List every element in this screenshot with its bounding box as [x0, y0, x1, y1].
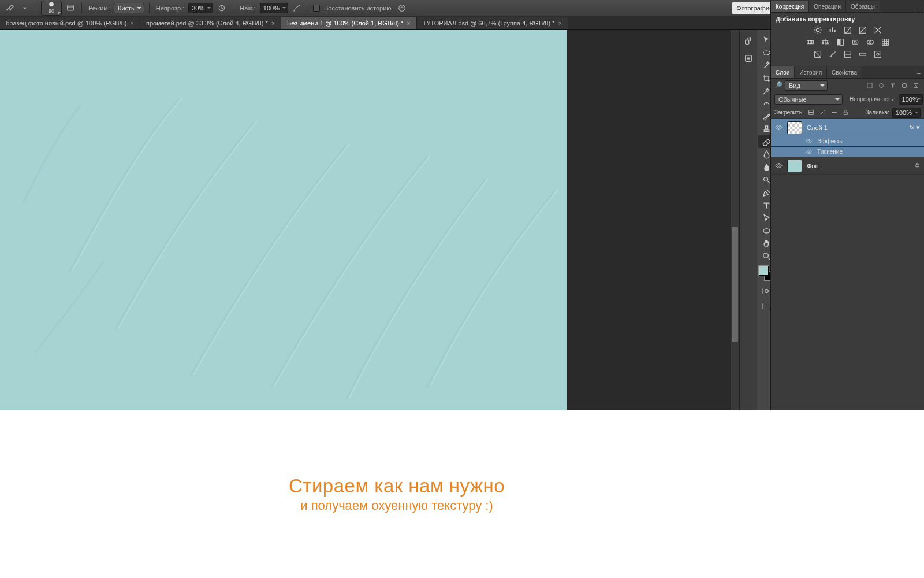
- threshold-icon[interactable]: [842, 49, 854, 60]
- layer-item[interactable]: Слой 1 fx ▾: [771, 119, 924, 136]
- layers-tabrow: Слои История Свойства ≡: [771, 66, 924, 79]
- tab-properties[interactable]: Свойства: [827, 66, 862, 78]
- close-icon[interactable]: ×: [558, 20, 561, 27]
- layers-blend-row: Обычные Непрозрачность: 100%: [771, 92, 924, 106]
- pressure-opacity-icon[interactable]: [215, 2, 228, 14]
- layer-thumbnail[interactable]: [787, 121, 802, 134]
- panel-menu-icon[interactable]: ≡: [914, 71, 924, 78]
- lock-all-icon[interactable]: [841, 108, 850, 117]
- svg-rect-28: [867, 83, 872, 87]
- filter-search-icon[interactable]: 🔎: [774, 81, 783, 89]
- lock-pixels-icon[interactable]: [818, 108, 827, 117]
- brush-panel-toggle-icon[interactable]: [64, 2, 77, 14]
- eraser-tool-indicator-icon: [3, 2, 16, 14]
- layer-item[interactable]: Фон: [771, 157, 924, 175]
- opacity-label: Непрозр.:: [156, 5, 184, 12]
- curves-icon[interactable]: [842, 25, 854, 35]
- blend-mode-dropdown[interactable]: Обычные: [774, 94, 843, 105]
- filter-shape-icon[interactable]: [900, 81, 909, 90]
- visibility-icon[interactable]: [774, 124, 783, 131]
- tutorial-caption: Стираем как нам нужно и получаем охуенну…: [0, 410, 793, 578]
- foreground-color-swatch[interactable]: [759, 266, 769, 276]
- filter-pixel-icon[interactable]: [865, 81, 874, 90]
- svg-point-5: [763, 50, 769, 54]
- flow-input[interactable]: 100%: [260, 3, 288, 13]
- svg-point-29: [880, 83, 884, 87]
- svg-rect-16: [837, 39, 840, 46]
- photofilter-icon[interactable]: [850, 37, 861, 47]
- document-tab[interactable]: ТУТОРИАЛ.psd @ 66,7% (Группа 4, RGB/8) *…: [417, 17, 568, 29]
- options-bar: 90 Режим: Кисть Непрозр.: 30% Наж.: 100%…: [0, 0, 793, 16]
- history-panel-icon[interactable]: [742, 35, 755, 47]
- svg-rect-1: [68, 5, 74, 10]
- document-tab[interactable]: Без имени-1 @ 100% (Слой 1, RGB/8) *×: [281, 17, 417, 29]
- layers-panel: 🔎 Вид Обычные Непрозрачность: 100% Закре…: [771, 79, 924, 410]
- svg-point-36: [808, 151, 810, 153]
- exposure-icon[interactable]: [857, 25, 869, 35]
- filter-adjust-icon[interactable]: [877, 81, 886, 90]
- bw-icon[interactable]: [834, 37, 846, 47]
- opacity-input[interactable]: 30%: [188, 3, 213, 13]
- panel-menu-icon[interactable]: ≡: [914, 5, 924, 12]
- visibility-icon[interactable]: [804, 138, 813, 144]
- layer-thumbnail[interactable]: [787, 160, 802, 172]
- brush-preset-picker[interactable]: 90: [41, 1, 62, 16]
- tab-actions[interactable]: Операции: [809, 1, 846, 12]
- document-tab[interactable]: бразец фото новый.psd @ 100% (RGB/8)×: [0, 17, 140, 29]
- tab-history[interactable]: История: [795, 66, 827, 78]
- tab-layers[interactable]: Слои: [771, 66, 795, 78]
- color-balance-icon[interactable]: [819, 37, 831, 47]
- selective-color-icon[interactable]: [872, 49, 884, 60]
- close-icon[interactable]: ×: [407, 20, 410, 27]
- lock-icon: [914, 162, 921, 169]
- document-tab[interactable]: прометей.psd @ 33,3% (Слой 4, RGB/8) *×: [140, 17, 281, 29]
- svg-rect-38: [916, 165, 919, 167]
- layer-effect-item[interactable]: Тиснение: [771, 147, 924, 157]
- svg-point-35: [808, 140, 810, 142]
- mode-dropdown[interactable]: Кисть: [114, 3, 144, 13]
- canvas-area[interactable]: [0, 30, 739, 410]
- pressure-size-icon[interactable]: [396, 2, 408, 14]
- layer-opacity-input[interactable]: 100%: [899, 94, 923, 105]
- layer-effects-row[interactable]: Эффекты: [771, 136, 924, 147]
- collapsed-panels-column: [739, 30, 757, 410]
- tab-swatches[interactable]: Образцы: [846, 1, 880, 12]
- lock-position-icon[interactable]: [830, 108, 839, 117]
- airbrush-icon[interactable]: [290, 2, 303, 14]
- gradientmap-icon[interactable]: [857, 49, 869, 60]
- vertical-scrollbar[interactable]: [731, 30, 739, 410]
- filter-smart-icon[interactable]: [911, 81, 921, 90]
- caption-line-1: Стираем как нам нужно: [289, 475, 505, 497]
- layer-fill-input[interactable]: 100%: [892, 108, 921, 118]
- vibrance-icon[interactable]: [872, 25, 884, 35]
- layers-list: Слой 1 fx ▾ Эффекты Тиснение Фон: [771, 119, 924, 410]
- levels-icon[interactable]: [827, 25, 839, 35]
- color-lookup-icon[interactable]: [880, 37, 891, 47]
- posterize-icon[interactable]: [827, 49, 839, 60]
- svg-rect-4: [745, 55, 751, 62]
- layer-name[interactable]: Фон: [807, 162, 819, 169]
- svg-rect-17: [840, 39, 843, 46]
- brightness-icon[interactable]: [812, 25, 824, 35]
- tab-adjustments[interactable]: Коррекция: [771, 1, 809, 12]
- invert-icon[interactable]: [812, 49, 824, 60]
- canvas[interactable]: [0, 30, 567, 410]
- hue-icon[interactable]: [804, 37, 816, 47]
- mode-label: Режим:: [88, 5, 110, 12]
- adjustments-title: Добавить корректировку: [776, 16, 919, 23]
- lock-transparency-icon[interactable]: [807, 108, 815, 117]
- filter-type-icon[interactable]: [888, 81, 897, 90]
- close-icon[interactable]: ×: [271, 20, 275, 27]
- layer-name[interactable]: Слой 1: [807, 124, 828, 131]
- erase-history-checkbox[interactable]: [313, 5, 320, 12]
- layer-fx-badge[interactable]: fx ▾: [909, 124, 919, 131]
- tool-preset-picker-icon[interactable]: [18, 2, 31, 14]
- channel-mixer-icon[interactable]: [865, 37, 876, 47]
- close-icon[interactable]: ×: [131, 20, 134, 27]
- svg-rect-25: [859, 53, 866, 55]
- actions-panel-icon[interactable]: [742, 52, 755, 65]
- layer-filter-dropdown[interactable]: Вид: [785, 80, 828, 91]
- visibility-icon[interactable]: [774, 162, 783, 169]
- svg-point-19: [854, 41, 856, 43]
- visibility-icon[interactable]: [804, 149, 813, 155]
